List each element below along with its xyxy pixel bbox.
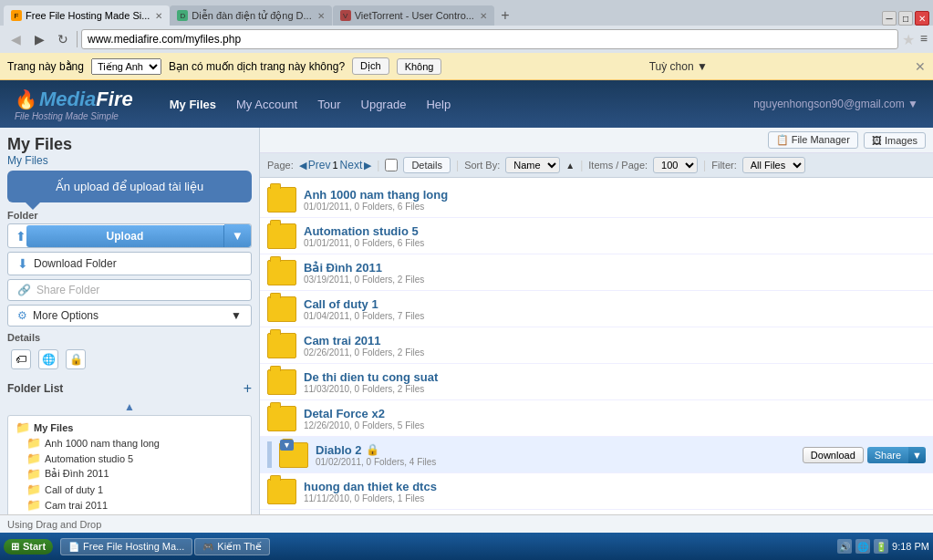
upload-button[interactable]: Upload: [26, 225, 224, 247]
taskbar-items: 📄 Free File Hosting Ma... 🎮 Kiếm Thế: [57, 538, 834, 555]
folder-item-4[interactable]: 📁 Cam trai 2011: [12, 497, 247, 513]
page-title-area: My Files My Files: [7, 135, 252, 167]
folder-name-link-7[interactable]: Diablo 2: [316, 443, 362, 457]
current-page: 1: [332, 160, 337, 171]
settings-icon[interactable]: ≡: [920, 31, 928, 48]
table-row: Bải Đình 2011 03/19/2011, 0 Folders, 2 F…: [260, 254, 933, 291]
upload-dropdown-button[interactable]: ▼: [224, 224, 251, 247]
folder-thumbnail-7: ▼: [279, 442, 308, 468]
lock-icon[interactable]: 🔒: [66, 349, 86, 369]
translate-options[interactable]: Tuỳ chon ▼: [649, 60, 708, 73]
breadcrumb[interactable]: My Files: [7, 154, 48, 167]
more-options-button[interactable]: ⚙ More Options ▼: [7, 305, 252, 327]
folder-name-link-3[interactable]: Call of duty 1: [304, 297, 926, 311]
folder-item-0[interactable]: 📁 Anh 1000 nam thang long: [12, 435, 247, 451]
filter-select[interactable]: All Files: [742, 157, 805, 173]
folder-meta-1: 01/01/2011, 0 Folders, 6 Files: [304, 238, 926, 248]
maximize-button[interactable]: □: [898, 11, 913, 26]
folder-name-1: Automation studio 5: [45, 453, 133, 464]
file-manager-button[interactable]: 📋 File Manager: [768, 131, 858, 149]
star-icon[interactable]: ★: [902, 31, 915, 48]
tab-1-close[interactable]: ✕: [155, 11, 162, 21]
folder-name-link-8[interactable]: huong dan thiet ke dtcs: [304, 480, 926, 493]
translate-yes-button[interactable]: Dịch: [352, 57, 389, 75]
forward-button[interactable]: ▶: [29, 29, 49, 49]
user-account[interactable]: nguyenhongson90@gmail.com ▼: [753, 98, 918, 110]
share-button-7[interactable]: Share: [867, 447, 908, 463]
tab-3[interactable]: V VietTorrent - User Contro... ✕: [333, 5, 494, 26]
folder-info-8: huong dan thiet ke dtcs 11/11/2010, 0 Fo…: [304, 480, 926, 503]
translate-close-icon[interactable]: ✕: [915, 59, 926, 74]
download-button-7[interactable]: Download: [803, 447, 864, 463]
folder-name-link-4[interactable]: Cam trai 2011: [304, 334, 926, 347]
globe-icon[interactable]: 🌐: [38, 349, 58, 369]
tab-3-label: VietTorrent - User Contro...: [355, 10, 474, 21]
nav-tour[interactable]: Tour: [308, 94, 349, 115]
close-button[interactable]: ✕: [915, 11, 929, 26]
folder-sub-icon-4: 📁: [26, 498, 41, 512]
folder-thumbnail-8: [267, 479, 296, 504]
next-label[interactable]: Next: [340, 159, 363, 171]
reload-button[interactable]: ↻: [53, 29, 73, 49]
folder-item-2[interactable]: 📁 Bải Đình 2011: [12, 466, 247, 482]
toolbar-sep-4: |: [703, 159, 706, 171]
windows-icon: ⊞: [11, 541, 19, 553]
translate-language-select[interactable]: Tiếng Anh: [91, 58, 161, 75]
details-label: Details: [7, 332, 252, 343]
prev-label[interactable]: Prev: [308, 159, 331, 171]
share-dropdown-7[interactable]: ▼: [908, 447, 926, 463]
folder-tree-root[interactable]: 📁 My Files: [12, 420, 247, 435]
add-folder-button[interactable]: +: [244, 380, 252, 397]
items-per-page-select[interactable]: 100: [653, 157, 698, 173]
folder-section-label: Folder: [7, 210, 252, 221]
images-button[interactable]: 🖼 Images: [864, 132, 926, 149]
share-folder-button[interactable]: 🔗 Share Folder: [7, 279, 252, 301]
folder-meta-5: 11/03/2010, 0 Folders, 2 Files: [304, 384, 926, 394]
folder-name-link-5[interactable]: De thi dien tu cong suat: [304, 370, 926, 384]
tab-2-close[interactable]: ✕: [317, 11, 325, 21]
toolbar: Page: ◀ Prev 1 Next ▶ | Details | Sort B…: [260, 153, 933, 178]
folder-item-1[interactable]: 📁 Automation studio 5: [12, 451, 247, 466]
folder-item-3[interactable]: 📁 Call of duty 1: [12, 482, 247, 497]
back-button[interactable]: ◀: [5, 29, 26, 49]
tab-1[interactable]: F Free File Hosting Made Si... ✕: [4, 5, 170, 26]
folder-info-6: Detal Force x2 12/26/2010, 0 Folders, 5 …: [304, 407, 926, 430]
translate-no-button[interactable]: Không: [397, 58, 442, 75]
details-checkbox[interactable]: [385, 159, 398, 171]
new-tab-button[interactable]: +: [495, 5, 515, 26]
folder-name-link-2[interactable]: Bải Đình 2011: [304, 261, 926, 275]
start-button[interactable]: ⊞ Start: [4, 539, 53, 555]
taskbar-icon-1: 🌐: [855, 539, 870, 554]
tab-2[interactable]: D Diễn đàn điện tử động D... ✕: [170, 5, 331, 26]
folder-name-link-6[interactable]: Detal Force x2: [304, 407, 926, 420]
taskbar-item-1[interactable]: 🎮 Kiếm Thế: [194, 538, 270, 555]
nav-myfiles[interactable]: My Files: [161, 94, 225, 115]
download-folder-button[interactable]: ⬇ Download Folder: [7, 252, 252, 275]
nav-myaccount[interactable]: My Account: [227, 94, 306, 115]
mediafire-logo[interactable]: 🔥 MediaFire File Hosting Made Simple: [15, 88, 133, 121]
minimize-button[interactable]: ─: [882, 11, 897, 26]
folder-name-link-1[interactable]: Automation studio 5: [304, 224, 926, 238]
folder-list-up[interactable]: ▲: [7, 400, 252, 413]
nav-help[interactable]: Help: [417, 94, 460, 115]
next-page-button[interactable]: ▶: [364, 160, 371, 171]
folder-thumbnail-6: [267, 406, 296, 431]
taskbar-favicon-0: 📄: [68, 542, 79, 552]
folder-root-name: My Files: [34, 422, 73, 433]
download-icon: ⬇: [17, 256, 28, 271]
tag-icon[interactable]: 🏷: [11, 349, 31, 369]
folder-name-link-0[interactable]: Anh 1000 nam thang long: [304, 188, 926, 202]
address-bar[interactable]: [81, 29, 898, 49]
tab-3-close[interactable]: ✕: [480, 11, 487, 21]
nav-upgrade[interactable]: Upgrade: [352, 94, 416, 115]
main-area: 📋 File Manager 🖼 Images Page: ◀ Prev 1 N…: [260, 128, 933, 560]
taskbar-item-0[interactable]: 📄 Free File Hosting Ma...: [60, 538, 192, 555]
upload-hint: Ấn upload để upload tài liệu: [7, 171, 252, 202]
page-title: My Files: [7, 135, 252, 154]
table-row: De thi dien tu cong suat 11/03/2010, 0 F…: [260, 364, 933, 400]
share-icon: 🔗: [17, 284, 31, 296]
details-view-button[interactable]: Details: [403, 157, 451, 173]
prev-page-button[interactable]: ◀: [299, 160, 306, 171]
sort-direction-icon[interactable]: ▲: [565, 161, 575, 171]
sort-select[interactable]: Name: [505, 157, 560, 173]
